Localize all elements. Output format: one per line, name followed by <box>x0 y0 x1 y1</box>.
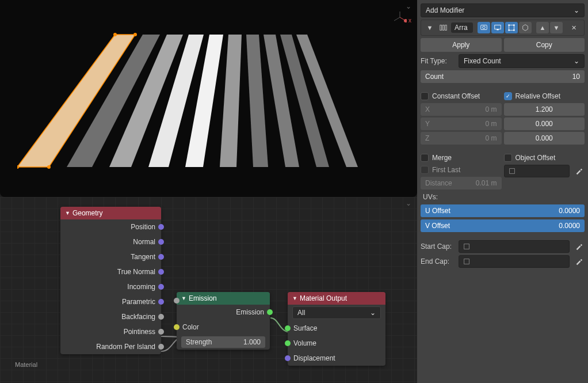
node-header[interactable]: ▼ Emission <box>177 292 270 305</box>
svg-point-22 <box>483 26 485 28</box>
svg-point-29 <box>513 29 515 31</box>
rel-z-field[interactable]: 0.000 <box>504 132 585 145</box>
const-y-field[interactable]: Y0 m <box>421 117 502 130</box>
move-up-button[interactable]: ▲ <box>536 22 549 33</box>
end-cap-field[interactable] <box>459 255 570 268</box>
apply-button[interactable]: Apply <box>421 38 502 52</box>
eyedropper-icon[interactable] <box>573 256 585 267</box>
node-title: Geometry <box>72 209 103 217</box>
target-select[interactable]: All ⌄ <box>288 305 385 321</box>
rel-x-field[interactable]: 1.200 <box>504 103 585 116</box>
axis-gizmo[interactable]: x <box>393 10 407 24</box>
chevron-updown-icon: ⌄ <box>370 309 376 317</box>
eyedropper-icon[interactable] <box>573 165 585 177</box>
chevron-down-icon: ⌄ <box>574 57 579 65</box>
close-icon[interactable]: ✕ <box>567 22 580 33</box>
svg-rect-31 <box>464 244 469 249</box>
geometry-node[interactable]: ▼ Geometry Position Normal Tangent True … <box>60 207 161 354</box>
svg-line-2 <box>394 17 400 21</box>
strength-field[interactable]: Strength 1.000 <box>177 335 270 350</box>
constant-offset-checkbox[interactable] <box>421 92 429 100</box>
merge-checkbox[interactable] <box>421 154 429 162</box>
u-offset-field[interactable]: U Offset0.0000 <box>421 204 585 217</box>
move-down-button[interactable]: ▼ <box>550 22 563 33</box>
distance-field[interactable]: Distance0.01 m <box>421 177 502 189</box>
svg-point-26 <box>508 24 510 26</box>
svg-rect-18 <box>440 25 442 31</box>
object-icon <box>463 242 471 251</box>
const-x-field[interactable]: X0 m <box>421 103 502 116</box>
render-toggle[interactable] <box>478 22 490 33</box>
first-last-checkbox[interactable] <box>421 166 429 174</box>
triangle-down-icon[interactable]: ▼ <box>423 22 436 33</box>
svg-rect-30 <box>509 169 514 174</box>
svg-marker-14 <box>246 35 268 167</box>
3d-viewport[interactable]: ⌄ x <box>0 0 417 197</box>
axis-x-label: x <box>408 17 411 24</box>
input-surface[interactable]: Surface <box>288 321 385 336</box>
relative-offset-checkbox[interactable]: ✓ <box>504 92 512 100</box>
output-emission[interactable]: Emission <box>177 305 270 320</box>
svg-point-6 <box>133 33 137 36</box>
output-tangent[interactable]: Tangent <box>60 249 161 264</box>
material-name: Material <box>15 361 37 368</box>
triangle-down-icon: ▼ <box>181 295 186 301</box>
input-volume[interactable]: Volume <box>288 336 385 351</box>
rendered-stripes <box>17 29 397 173</box>
add-modifier-dropdown[interactable]: Add Modifier ⌄ <box>421 3 585 17</box>
svg-point-27 <box>513 24 515 26</box>
triangle-down-icon: ▼ <box>65 210 70 216</box>
start-cap-label: Start Cap: <box>421 242 455 251</box>
object-icon <box>508 167 516 175</box>
node-editor[interactable]: ⌄ Material ▼ Geometry Position Normal Ta… <box>0 197 417 383</box>
eyedropper-icon[interactable] <box>573 241 585 252</box>
svg-rect-20 <box>445 25 447 31</box>
svg-rect-24 <box>497 29 499 31</box>
output-normal[interactable]: Normal <box>60 234 161 249</box>
svg-point-7 <box>47 165 51 169</box>
svg-point-5 <box>113 33 117 36</box>
modifier-panel: Add Modifier ⌄ ▼ Arra ▲ ▼ ✕ Apply Copy F… <box>417 0 588 383</box>
editmode-toggle[interactable] <box>505 22 518 33</box>
start-cap-field[interactable] <box>459 240 570 253</box>
object-offset-checkbox[interactable] <box>504 154 512 162</box>
cage-toggle[interactable] <box>519 22 532 33</box>
triangle-down-icon: ▼ <box>292 295 297 301</box>
svg-rect-19 <box>442 25 444 31</box>
output-backfacing[interactable]: Backfacing <box>60 309 161 324</box>
emission-node[interactable]: ▼ Emission Emission Color Strength 1.000 <box>177 292 270 350</box>
output-parametric[interactable]: Parametric <box>60 294 161 309</box>
end-cap-label: End Cap: <box>421 257 455 266</box>
modifier-name-field[interactable]: Arra <box>451 22 473 33</box>
svg-rect-32 <box>464 259 469 264</box>
svg-rect-23 <box>495 25 501 29</box>
input-color[interactable]: Color <box>177 320 270 335</box>
realtime-toggle[interactable] <box>491 22 504 33</box>
rel-y-field[interactable]: 0.000 <box>504 117 585 130</box>
chevron-down-icon[interactable]: ⌄ <box>406 199 411 207</box>
output-true-normal[interactable]: True Normal <box>60 264 161 279</box>
v-offset-field[interactable]: V Offset0.0000 <box>421 219 585 232</box>
node-header[interactable]: ▼ Geometry <box>60 207 161 219</box>
output-pointiness[interactable]: Pointiness <box>60 324 161 339</box>
output-position[interactable]: Position <box>60 219 161 234</box>
svg-point-1 <box>404 19 407 22</box>
count-field[interactable]: Count 10 <box>421 70 585 83</box>
node-header[interactable]: ▼ Material Output <box>288 292 385 305</box>
output-incoming[interactable]: Incoming <box>60 279 161 294</box>
modifier-header: ▼ Arra ▲ ▼ ✕ <box>421 20 585 36</box>
node-title: Emission <box>189 294 217 302</box>
input-displacement[interactable]: Displacement <box>288 351 385 366</box>
svg-point-28 <box>508 29 510 31</box>
fit-type-select[interactable]: Fixed Count ⌄ <box>459 54 585 68</box>
array-icon <box>437 22 450 33</box>
object-icon <box>463 257 471 266</box>
object-offset-field[interactable] <box>504 165 570 177</box>
const-z-field[interactable]: Z0 m <box>421 132 502 145</box>
chevron-down-icon[interactable]: ⌄ <box>406 2 411 10</box>
copy-button[interactable]: Copy <box>504 38 585 52</box>
uvs-label: UVs: <box>421 192 585 202</box>
output-random-per-island[interactable]: Random Per Island <box>60 339 161 354</box>
svg-marker-13 <box>220 35 242 167</box>
material-output-node[interactable]: ▼ Material Output All ⌄ Surface Volume D… <box>288 292 385 366</box>
